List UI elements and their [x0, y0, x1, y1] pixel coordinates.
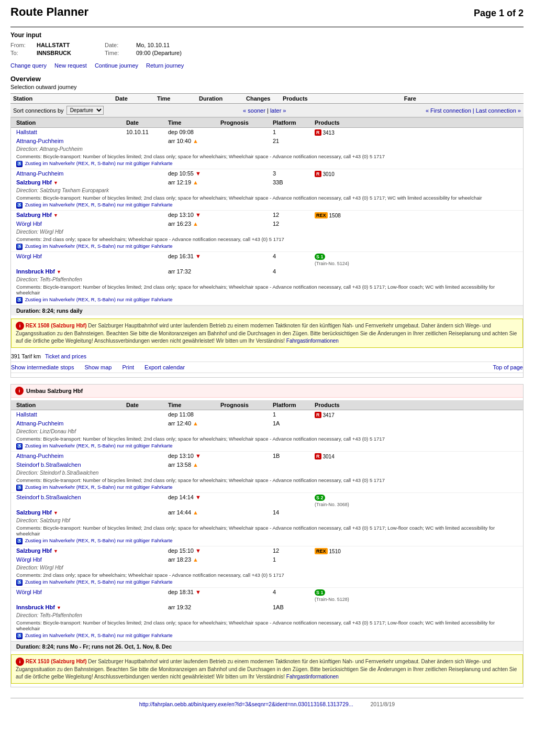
segment-2-5: Wörgl Hbf dep 18:31 ▼ 4 S 1 (Train-No. 5… — [11, 588, 523, 641]
date-value: Mo, 10.10.11 — [136, 42, 209, 48]
seg-arr-time-1-4: arr 17:32 — [168, 268, 220, 275]
segment-2-3: Steindorf b.Straßwalchen dep 14:14 ▼ S 2… — [11, 493, 523, 546]
show-map-link-1[interactable]: Show map — [84, 364, 112, 370]
dep-station-hallstatt-2[interactable]: Hallstatt — [16, 411, 37, 418]
direction-1-2: Direction: Salzburg Taxham Europapark — [11, 187, 523, 194]
inner-col-products: Products — [315, 119, 398, 126]
seg-plat-arr-2-3: 14 — [273, 509, 315, 516]
zustieg-1-1: ♿ Zustieg im Nahverkehr (REX, R, S-Bahn)… — [11, 160, 523, 169]
dep-station-salzburg-1[interactable]: Salzburg Hbf — [16, 212, 52, 218]
continue-journey-link[interactable]: Continue journey — [95, 62, 138, 69]
inner-col-platform: Platform — [273, 119, 315, 126]
zustieg-link-2-5[interactable]: Zustieg im Nahverkehr (REX, R, S-Bahn) n… — [25, 632, 173, 638]
header-duration: Duration — [199, 95, 246, 102]
duration-2: Duration: 8:24; runs Mo - Fr; runs not 2… — [11, 641, 523, 651]
s-badge-2: S 2 — [315, 495, 325, 501]
footer-year: 2011/8/19 — [370, 701, 395, 707]
zustieg-link-2-4[interactable]: Zustieg im Nahverkehr (REX, R, S-Bahn) n… — [25, 579, 173, 585]
arr-station-salzburg-2[interactable]: Salzburg Hbf — [16, 509, 52, 516]
from-label: From: — [10, 42, 37, 48]
seg-arr-time-2-4: arr 18:23 ▲ — [168, 556, 220, 563]
info-box-2: i REX 1510 (Salzburg Hbf) Der Salzburger… — [11, 654, 523, 684]
journey-2: i Umbau Salzburg Hbf Station Date Time P… — [10, 384, 524, 687]
dep-station-worgl-1[interactable]: Wörgl Hbf — [16, 253, 42, 259]
action-links: Change query New request Continue journe… — [10, 62, 524, 69]
overview-title: Overview — [10, 75, 524, 83]
tariff-link-1[interactable]: Ticket and prices — [45, 353, 86, 359]
footer-url[interactable]: http://fahrplan.oebb.at/bin/query.exe/en… — [139, 701, 353, 707]
arr-station-innsbruck-1[interactable]: Innsbruck Hbf — [16, 268, 55, 275]
dep-station-worgl-2[interactable]: Wörgl Hbf — [16, 589, 42, 595]
zustieg-link-2-2[interactable]: Zustieg im Nahverkehr (REX, R, S-Bahn) n… — [25, 484, 173, 490]
tariff-row-1: 391 Tarif km Ticket and prices — [11, 351, 523, 361]
segment-2-4: Salzburg Hbf ▼ dep 15:10 ▼ 12 REX 1510 W… — [11, 546, 523, 588]
arr-station-innsbruck-2[interactable]: Innsbruck Hbf — [16, 604, 55, 610]
direction-2-4: Direction: Wörgl Hbf — [11, 564, 523, 572]
later-link[interactable]: later » — [270, 107, 286, 114]
seg-prod-2-2: R 3014 — [315, 453, 398, 459]
seg-arr-time-2-2: arr 13:58 ▲ — [168, 462, 220, 468]
seg-prod-1-2: R 3010 — [315, 170, 398, 177]
seg-dep-time-1-3: dep 13:10 ▼ — [168, 212, 220, 218]
arr-station-worgl-2[interactable]: Wörgl Hbf — [16, 556, 42, 563]
inner-col-date-2: Date — [126, 402, 168, 408]
sort-select[interactable]: Departure — [66, 106, 104, 115]
seg-prod-1-3: REX 1508 — [315, 212, 398, 218]
header-time: Time — [157, 95, 199, 102]
change-query-link[interactable]: Change query — [10, 62, 47, 69]
seg-arr-time-1-3: arr 16:23 ▲ — [168, 221, 220, 227]
r-badge-2: R — [315, 171, 321, 177]
info-link-1[interactable]: Fahrgastinformationen — [286, 338, 339, 344]
zustieg-link-1-2[interactable]: Zustieg im Nahverkehr (REX, R, S-Bahn) n… — [25, 202, 173, 207]
show-stops-link-1[interactable]: Show intermediate stops — [11, 364, 74, 370]
zustieg-link-2-1[interactable]: Zustieg im Nahverkehr (REX, R, S-Bahn) n… — [25, 443, 173, 448]
seg-date-1-1: 10.10.11 — [126, 129, 168, 135]
dep-station-salzburg-2[interactable]: Salzburg Hbf — [16, 547, 52, 554]
r-badge: R — [315, 129, 321, 136]
r-badge-2-1: R — [315, 412, 321, 418]
last-connection-link[interactable]: Last connection » — [476, 107, 521, 114]
page-footer: http://fahrplan.oebb.at/bin/query.exe/en… — [10, 698, 524, 707]
to-row: To: INNSBRUCK Time: 09:00 (Departure) — [10, 50, 524, 56]
inner-col-prognosis-2: Prognosis — [220, 402, 273, 408]
return-journey-link[interactable]: Return journey — [146, 62, 184, 69]
seg-prod-2-5: S 1 (Train-No. 5128) — [315, 589, 398, 602]
rex-badge-2: REX — [315, 548, 328, 554]
dep-station-attnang-2[interactable]: Attnang-Puchheim — [16, 453, 64, 459]
seg-plat-arr-2-5: 1AB — [273, 604, 315, 610]
page-title: Route Planner — [10, 5, 88, 19]
arr-station-steindorf-2[interactable]: Steindorf b.Straßwalchen — [16, 462, 81, 468]
arr-station-attnang-2[interactable]: Attnang-Puchheim — [16, 420, 64, 426]
zustieg-2-1: ♿ Zustieg im Nahverkehr (REX, R, S-Bahn)… — [11, 442, 523, 451]
new-request-link[interactable]: New request — [54, 62, 87, 69]
dep-station-hallstatt-1[interactable]: Hallstatt — [16, 129, 37, 135]
segment-1-4: Wörgl Hbf dep 16:31 ▼ 4 S 1 (Train-No. 5… — [11, 252, 523, 305]
inner-col-station-2: Station — [11, 402, 126, 408]
zustieg-link-2-3[interactable]: Zustieg im Nahverkehr (REX, R, S-Bahn) n… — [25, 538, 173, 543]
page-header: Route Planner Page 1 of 2 — [10, 5, 524, 21]
seg-arr-time-2-3: arr 14:44 ▲ — [168, 509, 220, 516]
direction-1-3: Direction: Wörgl Hbf — [11, 228, 523, 236]
zustieg-link-1-1[interactable]: Zustieg im Nahverkehr (REX, R, S-Bahn) n… — [25, 160, 173, 166]
zustieg-link-1-3[interactable]: Zustieg im Nahverkehr (REX, R, S-Bahn) n… — [25, 243, 173, 249]
top-page-link-1[interactable]: Top of page — [493, 364, 524, 370]
arr-station-salzburg-1[interactable]: Salzburg Hbf — [16, 179, 52, 185]
seg-prod-1-1: R 3413 — [315, 129, 398, 136]
dep-station-steindorf-2[interactable]: Steindorf b.Straßwalchen — [16, 494, 81, 500]
print-link-1[interactable]: Print — [122, 364, 134, 370]
zustieg-link-1-4[interactable]: Zustieg im Nahverkehr (REX, R, S-Bahn) n… — [25, 297, 173, 302]
sooner-link[interactable]: « sooner — [243, 107, 265, 114]
comments-2-5: Comments: Bicycle-transport: Number of b… — [11, 619, 523, 632]
segment-1-2: Attnang-Puchheim dep 10:55 ▼ 3 R 3010 Sa… — [11, 169, 523, 211]
arr-station-worgl-1[interactable]: Wörgl Hbf — [16, 221, 42, 227]
seg-plat-arr-1-3: 12 — [273, 221, 315, 227]
umbau-icon: i — [15, 387, 24, 395]
info-link-2[interactable]: Fahrgastinformationen — [286, 674, 339, 680]
seg-arr-time-1-1: arr 10:40 ▲ — [168, 138, 220, 144]
dep-station-attnang-1[interactable]: Attnang-Puchheim — [16, 170, 64, 177]
first-connection-link[interactable]: « First connection — [426, 107, 471, 114]
export-cal-link-1[interactable]: Export calendar — [144, 364, 185, 370]
arr-station-attnang-1[interactable]: Attnang-Puchheim — [16, 138, 64, 144]
inner-header-2: Station Date Time Prognosis Platform Pro… — [11, 400, 523, 410]
seg-plat-dep-2-1: 1 — [273, 411, 315, 418]
